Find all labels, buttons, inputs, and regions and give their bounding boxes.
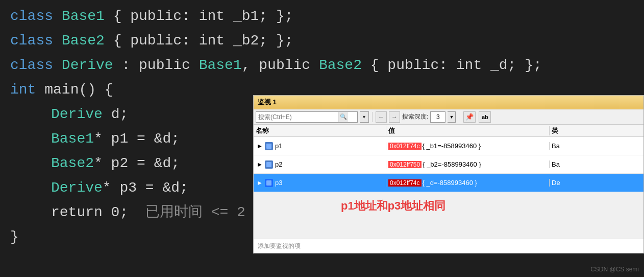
code-main: main() { [36, 78, 113, 102]
search-input[interactable] [256, 112, 338, 122]
code-rest-3c: { public: int _d; }; [362, 53, 542, 78]
keyword-class-3: class [10, 53, 62, 78]
watch-title: 监视 1 [258, 98, 277, 106]
code-line-2: class Base2 { public: int _b2; }; [0, 29, 644, 53]
cell-name-p2: ▶ p2 [254, 160, 386, 169]
code-p1: * p1 = &d; [94, 127, 180, 151]
type-derive: Derive [62, 53, 113, 78]
var-name-p3: p3 [275, 179, 282, 187]
watch-toolbar: 🔍 ▼ ← → 搜索深度: ▼ 📌 ab [254, 109, 643, 125]
format-icon-btn[interactable]: ab [479, 111, 491, 123]
keyword-class-2: class [10, 29, 62, 53]
code-d: d; [103, 102, 128, 127]
cell-val-p2: 0x012ff750 { _b2=-858993460 } [386, 160, 550, 168]
watch-window: 监视 1 🔍 ▼ ← → 搜索深度: ▼ 📌 ab 名称 值 类 [253, 95, 644, 253]
cell-type-p2: Ba [550, 160, 643, 168]
val-rest-p2: { _b2=-858993460 } [423, 160, 481, 168]
code-line-1: class Base1 { public: int _b1; }; [0, 4, 644, 29]
code-rest-1: { public: int _b1; }; [105, 4, 293, 29]
code-rest-2: { public: int _b2; }; [105, 29, 293, 53]
table-row[interactable]: ▶ p3 0x012ff74c { _d=-858993460 } De [254, 174, 643, 192]
table-row[interactable]: ▶ p2 0x012ff750 { _b2=-858993460 } Ba [254, 155, 643, 174]
depth-label: 搜索深度: [402, 112, 428, 121]
val-highlight-p1: 0x012ff74c [388, 143, 422, 150]
type-base1-3: Base1 [51, 127, 94, 151]
col-header-value: 值 [386, 126, 550, 135]
toolbar-separator-1 [372, 112, 373, 122]
code-p2: * p2 = &d; [94, 151, 180, 176]
add-watch-label: 添加要监视的项 [258, 242, 301, 250]
code-comment: 已用时间 <= 2 [145, 200, 245, 225]
expand-arrow-p1[interactable]: ▶ [256, 142, 264, 150]
code-p3: * p3 = &d; [103, 176, 188, 200]
cell-type-p1: Ba [550, 142, 643, 150]
var-icon-p2 [265, 160, 273, 169]
annotation-text: p1地址和p3地址相同 [341, 198, 445, 214]
val-rest-p3: { _d=-858993460 } [423, 179, 477, 187]
cell-val-p3: 0x012ff74c { _d=-858993460 } [386, 179, 550, 187]
nav-back-btn[interactable]: ← [376, 111, 387, 123]
var-name-p1: p1 [275, 142, 282, 150]
type-base2-2: Base2 [319, 53, 362, 78]
type-derive-2: Derive [51, 102, 103, 127]
watermark: CSDN @CS semi [590, 266, 639, 273]
type-base1: Base1 [62, 4, 105, 29]
toolbar-separator-2 [459, 112, 459, 122]
keyword-class: class [10, 4, 62, 29]
val-highlight-p2: 0x012ff750 [388, 161, 422, 168]
table-row[interactable]: ▶ p1 0x012ff74c { _b1=-858993460 } Ba [254, 137, 643, 155]
var-icon-p1 [265, 142, 273, 150]
var-name-p2: p2 [275, 160, 282, 168]
expand-arrow-p3[interactable]: ▶ [256, 179, 264, 187]
table-header: 名称 值 类 [254, 125, 643, 137]
search-icon-btn[interactable]: 🔍 [338, 112, 348, 122]
add-watch-row[interactable]: 添加要监视的项 [254, 239, 643, 253]
depth-input[interactable] [430, 111, 445, 123]
code-rest-3a: : public [113, 53, 199, 78]
depth-dropdown[interactable]: ▼ [448, 111, 456, 123]
watch-table: 名称 值 类 ▶ p1 0x012ff74c { _b1=-858993460 … [254, 125, 643, 253]
code-return: return 0; [51, 200, 145, 225]
cell-type-p3: De [550, 179, 643, 187]
val-rest-p1: { _b1=-858993460 } [423, 142, 481, 150]
expand-arrow-p2[interactable]: ▶ [256, 160, 264, 169]
var-icon-p3 [265, 179, 273, 187]
code-rest-3b: , public [242, 53, 319, 78]
val-highlight-p3: 0x012ff74c [388, 179, 422, 187]
type-base1-2: Base1 [199, 53, 242, 78]
table-body: ▶ p1 0x012ff74c { _b1=-858993460 } Ba ▶ … [254, 137, 643, 239]
code-line-3: class Derive : public Base1, public Base… [0, 53, 644, 78]
type-base2-3: Base2 [51, 151, 94, 176]
cell-val-p1: 0x012ff74c { _b1=-858993460 } [386, 142, 550, 150]
type-derive-3: Derive [51, 176, 103, 200]
nav-forward-btn[interactable]: → [389, 111, 400, 123]
watch-titlebar: 监视 1 [254, 96, 643, 109]
pin-icon-btn[interactable]: 📌 [463, 111, 476, 123]
type-base2: Base2 [62, 29, 105, 53]
cell-name-p3: ▶ p3 [254, 179, 386, 187]
search-dropdown[interactable]: ▼ [360, 111, 369, 123]
search-box[interactable]: 🔍 [256, 111, 358, 123]
keyword-int: int [10, 78, 36, 102]
col-header-type: 类 [550, 126, 643, 135]
code-close-brace: } [10, 225, 19, 249]
col-header-name: 名称 [254, 126, 386, 135]
cell-name-p1: ▶ p1 [254, 142, 386, 150]
